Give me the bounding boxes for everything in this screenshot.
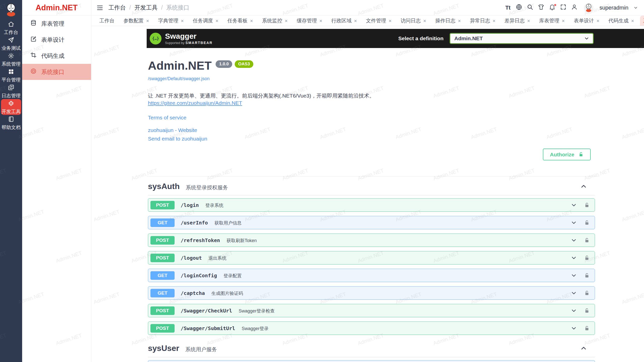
tab[interactable]: 缓存管理 × xyxy=(294,16,325,26)
close-tab-icon[interactable]: × xyxy=(493,18,496,23)
breadcrumb-item[interactable]: 工作台 xyxy=(108,4,126,12)
repo-link[interactable]: https://gitee.com/zuohuaijun/Admin.NET xyxy=(148,100,242,106)
tab[interactable]: 代码生成 × xyxy=(606,16,637,26)
website-link[interactable]: zuohuaijun - Website xyxy=(148,127,197,133)
rail-item[interactable]: 业务测试 xyxy=(1,36,21,52)
sidebar-item[interactable]: 代码生成 xyxy=(22,48,91,64)
tab[interactable]: 任务调度 × xyxy=(190,16,221,26)
avatar[interactable] xyxy=(584,3,593,13)
spec-url-link[interactable]: /swagger/Default/swagger.json xyxy=(148,76,210,81)
close-tab-icon[interactable]: × xyxy=(250,18,253,23)
expand-endpoint-icon[interactable] xyxy=(571,325,577,332)
tab[interactable]: 文件管理 × xyxy=(363,16,395,26)
tab[interactable]: 表单设计 × xyxy=(571,16,602,26)
tab[interactable]: 差异日志 × xyxy=(502,16,533,26)
auth-lock-icon[interactable] xyxy=(584,326,590,331)
fullscreen-icon[interactable] xyxy=(560,4,567,11)
close-tab-icon[interactable]: × xyxy=(215,18,218,23)
endpoint-row[interactable]: GET /userInfo 获取用户信息 xyxy=(148,216,595,229)
sidebar-item[interactable]: 系统接口 xyxy=(22,64,91,80)
auth-lock-icon[interactable] xyxy=(584,220,590,225)
rail-item[interactable]: 日志管理 xyxy=(1,83,21,99)
font-size-icon[interactable]: Tt xyxy=(504,4,511,11)
profile-icon[interactable] xyxy=(571,4,578,11)
close-tab-icon[interactable]: × xyxy=(527,18,530,23)
expand-endpoint-icon[interactable] xyxy=(571,290,577,296)
email-link[interactable]: Send email to zuohuaijun xyxy=(148,136,207,142)
close-tab-icon[interactable]: × xyxy=(423,18,426,23)
tab[interactable]: 访问日志 × xyxy=(398,16,429,26)
theme-icon[interactable] xyxy=(538,4,545,11)
tab[interactable]: 操作日志 × xyxy=(432,16,464,26)
expand-endpoint-icon[interactable] xyxy=(571,237,577,244)
search-icon[interactable] xyxy=(527,4,534,11)
tab[interactable]: 任务看板 × xyxy=(224,16,256,26)
endpoint-row[interactable]: POST /Swagger/CheckUrl Swagger登录检查 xyxy=(148,304,595,317)
method-badge: POST xyxy=(150,254,175,262)
collapse-section-icon[interactable] xyxy=(580,344,587,352)
auth-lock-icon[interactable] xyxy=(584,255,590,261)
breadcrumb-item[interactable]: 开发工具 xyxy=(134,4,157,12)
close-tab-icon[interactable]: × xyxy=(562,18,565,23)
auth-lock-icon[interactable] xyxy=(584,273,590,278)
menu-collapse-icon[interactable] xyxy=(96,4,103,11)
close-tab-icon[interactable]: × xyxy=(285,18,288,23)
definition-select[interactable]: Admin.NET xyxy=(450,33,594,44)
rail-item[interactable]: 系统管理 xyxy=(1,52,21,67)
tab[interactable]: 库表管理 × xyxy=(536,16,568,26)
api-title: Admin.NET xyxy=(148,59,212,72)
terms-of-service-link[interactable]: Terms of service xyxy=(148,115,186,121)
close-tab-icon[interactable]: × xyxy=(458,18,461,23)
endpoint-path: /captcha xyxy=(181,290,205,296)
auth-lock-icon[interactable] xyxy=(584,308,590,313)
username[interactable]: superadmin xyxy=(599,5,628,11)
rail-item[interactable]: 工作台 xyxy=(1,20,21,36)
endpoint-row[interactable]: POST /logout 退出系统 xyxy=(148,251,595,264)
endpoint-row[interactable]: POST /login 登录系统 xyxy=(148,198,595,212)
sidebar-item-label: 代码生成 xyxy=(41,52,64,60)
authorize-button[interactable]: Authorize xyxy=(543,149,591,160)
expand-endpoint-icon[interactable] xyxy=(571,202,577,208)
tab[interactable]: 参数配置 × xyxy=(120,16,152,26)
app-logo[interactable] xyxy=(4,2,19,17)
expand-endpoint-icon[interactable] xyxy=(571,307,577,314)
sidebar-item[interactable]: 库表管理 xyxy=(22,16,91,32)
endpoint-description: 获取用户信息 xyxy=(214,220,242,226)
auth-lock-icon[interactable] xyxy=(584,238,590,243)
tab[interactable]: 系统监控 × xyxy=(259,16,291,26)
endpoint-row[interactable]: GET /captcha 生成图片验证码 xyxy=(148,286,595,300)
section-header[interactable]: sysUser 系统用户服务 xyxy=(148,342,595,354)
auth-lock-icon[interactable] xyxy=(584,290,590,296)
rail-item[interactable]: 开发工具 xyxy=(1,99,21,115)
auth-lock-icon[interactable] xyxy=(584,202,590,208)
section-title: sysUser xyxy=(148,344,179,353)
tab[interactable]: 异常日志 × xyxy=(467,16,499,26)
collapse-section-icon[interactable] xyxy=(580,183,587,190)
main-column: 工作台/开发工具/系统接口 Tt xyxy=(91,0,644,362)
close-tab-icon[interactable]: × xyxy=(389,18,392,23)
close-tab-icon[interactable]: × xyxy=(631,18,634,23)
close-tab-icon[interactable]: × xyxy=(319,18,322,23)
close-tab-icon[interactable]: × xyxy=(596,18,599,23)
rail-item[interactable]: 平台管理 xyxy=(1,67,21,83)
expand-endpoint-icon[interactable] xyxy=(571,219,577,226)
tab[interactable]: 工作台 xyxy=(96,16,117,26)
endpoint-row-partial[interactable] xyxy=(148,360,595,362)
rail-item[interactable]: 帮助文档 xyxy=(1,115,21,131)
expand-endpoint-icon[interactable] xyxy=(571,255,577,261)
section-header[interactable]: sysAuth 系统登录授权服务 xyxy=(148,180,595,193)
tab[interactable]: 字典管理 × xyxy=(155,16,187,26)
endpoint-row[interactable]: POST /refreshToken 获取刷新Token xyxy=(148,234,595,247)
tab[interactable]: 行政区域 × xyxy=(328,16,360,26)
notification-icon[interactable] xyxy=(549,4,556,11)
language-icon[interactable] xyxy=(515,4,522,11)
tab[interactable]: 系统接口 × xyxy=(640,16,644,26)
close-tab-icon[interactable]: × xyxy=(146,18,149,23)
sidebar-item[interactable]: 表单设计 xyxy=(22,32,91,48)
close-tab-icon[interactable]: × xyxy=(354,18,357,23)
expand-endpoint-icon[interactable] xyxy=(571,272,577,279)
endpoint-row[interactable]: GET /loginConfig 登录配置 xyxy=(148,269,595,282)
close-tab-icon[interactable]: × xyxy=(181,18,184,23)
user-menu-chevron-icon[interactable] xyxy=(633,6,638,10)
endpoint-row[interactable]: POST /Swagger/SubmitUrl Swagger登录 xyxy=(148,322,595,335)
